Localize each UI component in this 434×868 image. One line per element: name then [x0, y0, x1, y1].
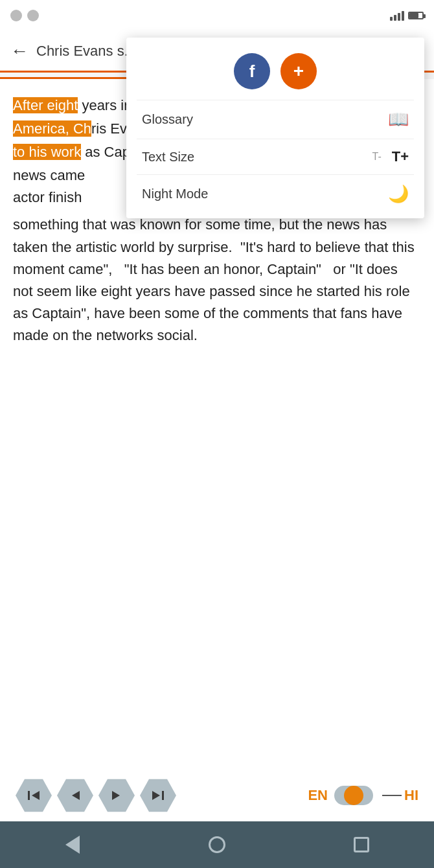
- glossary-menu-item[interactable]: Glossary 📖: [126, 100, 424, 139]
- add-icon: +: [293, 61, 304, 82]
- night-mode-menu-item[interactable]: Night Mode 🌙: [126, 175, 424, 213]
- android-back-button[interactable]: [53, 825, 92, 864]
- text-size-label: Text Size: [142, 150, 372, 165]
- toggle-track[interactable]: [334, 786, 373, 805]
- popup-menu: f + Glossary 📖 Text Size T- T+ Night Mod…: [126, 38, 424, 218]
- facebook-share-button[interactable]: f: [234, 53, 270, 89]
- nav-last-button[interactable]: [140, 777, 176, 814]
- signal-icon: [390, 11, 404, 21]
- text-size-decrease[interactable]: T-: [372, 151, 381, 163]
- nav-next-button[interactable]: [98, 777, 135, 814]
- svg-marker-8: [112, 791, 120, 800]
- svg-marker-6: [32, 791, 40, 800]
- night-mode-icon: 🌙: [388, 184, 409, 204]
- lang-en-label: EN: [308, 787, 328, 804]
- popup-share-row: f +: [126, 48, 424, 100]
- android-home-button[interactable]: [198, 825, 236, 864]
- nav-next-icon: [109, 788, 124, 803]
- glossary-icon: 📖: [388, 109, 409, 130]
- svg-marker-7: [72, 791, 80, 800]
- status-dot-1: [10, 10, 22, 21]
- nav-first-icon: [27, 788, 41, 803]
- status-bar: [0, 0, 434, 31]
- text-size-increase[interactable]: T+: [392, 148, 409, 165]
- android-back-icon: [65, 836, 80, 854]
- highlighted-text-3[interactable]: to his work: [13, 144, 81, 160]
- bottom-nav: EN HI: [0, 770, 434, 821]
- highlighted-text-1[interactable]: After eight: [13, 97, 78, 113]
- svg-rect-10: [162, 791, 164, 800]
- android-recent-button[interactable]: [342, 825, 381, 864]
- android-home-icon: [209, 836, 225, 853]
- nav-prev-icon: [68, 788, 82, 803]
- toggle-line: [382, 795, 402, 796]
- text-size-controls: T- T+: [372, 148, 409, 165]
- glossary-label: Glossary: [142, 112, 388, 127]
- lang-hi-label: HI: [404, 787, 418, 804]
- android-recent-icon: [354, 837, 369, 852]
- svg-marker-9: [152, 791, 160, 800]
- language-toggle[interactable]: EN HI: [308, 786, 418, 805]
- nav-first-button[interactable]: [16, 777, 52, 814]
- article-body-3: something that was known for some time, …: [13, 214, 421, 347]
- highlighted-text-2[interactable]: America, Ch: [13, 120, 91, 137]
- nav-last-icon: [151, 788, 165, 803]
- toggle-thumb: [344, 786, 363, 805]
- nav-controls: [16, 777, 176, 814]
- svg-rect-5: [28, 791, 30, 800]
- status-dot-2: [27, 10, 39, 21]
- android-nav-bar: [0, 821, 434, 868]
- text-size-menu-item[interactable]: Text Size T- T+: [126, 139, 424, 174]
- night-mode-label: Night Mode: [142, 187, 388, 201]
- back-button[interactable]: ←: [10, 41, 29, 62]
- battery-icon: [408, 12, 424, 19]
- facebook-icon: f: [249, 62, 255, 82]
- nav-prev-button[interactable]: [57, 777, 93, 814]
- add-button[interactable]: +: [280, 53, 317, 89]
